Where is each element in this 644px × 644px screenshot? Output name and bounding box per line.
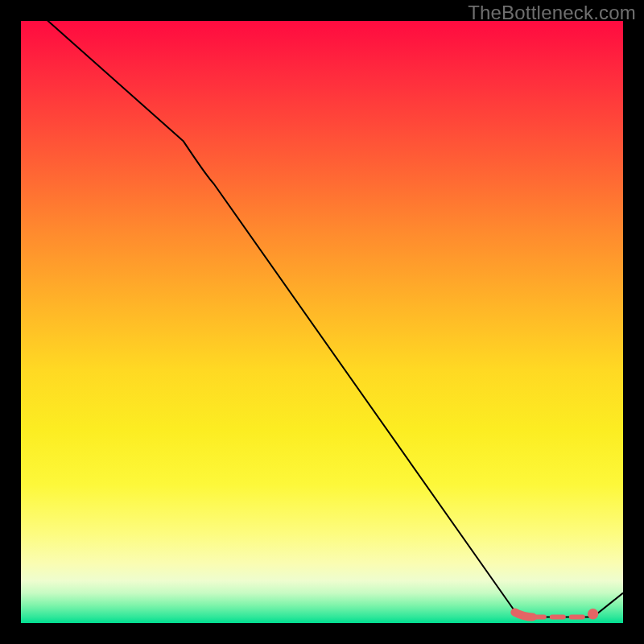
bottleneck-curve <box>21 21 623 617</box>
plot-area <box>21 21 623 623</box>
highlight-point <box>588 609 598 619</box>
chart-frame: TheBottleneck.com <box>0 0 644 644</box>
curve-layer <box>21 21 623 623</box>
optimal-range-marker <box>514 613 532 617</box>
watermark-text: TheBottleneck.com <box>468 2 636 24</box>
